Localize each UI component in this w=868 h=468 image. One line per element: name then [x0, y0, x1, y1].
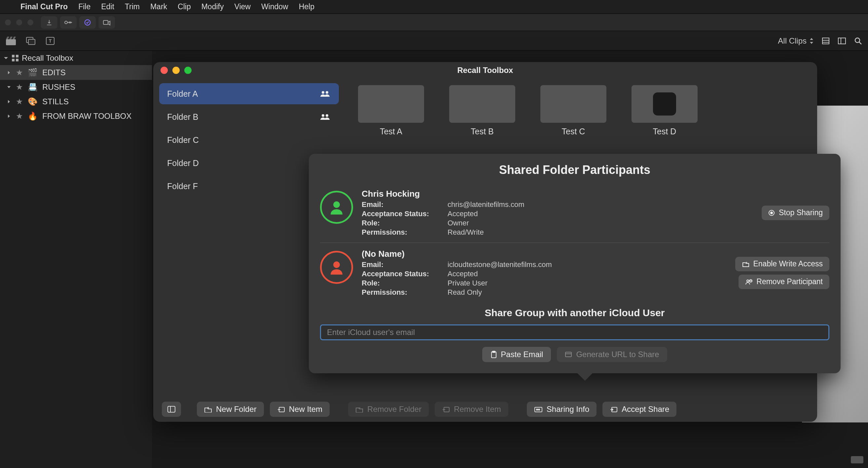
participant-permissions: Read/Write [447, 228, 484, 237]
browser-item-label: FROM BRAW TOOLBOX [42, 111, 131, 121]
browser-title: Recall Toolbox [22, 54, 73, 63]
share-heading: Share Group with another iCloud User [320, 307, 829, 319]
chevron-down-icon[interactable] [3, 56, 8, 61]
app-name[interactable]: Final Cut Pro [21, 2, 68, 11]
close-dot[interactable] [5, 19, 11, 26]
minimize-button[interactable] [173, 67, 180, 74]
svg-rect-5 [28, 39, 35, 44]
close-button[interactable] [160, 67, 168, 74]
sharing-info-button[interactable]: Sharing Info [527, 402, 596, 417]
import-button[interactable] [41, 16, 58, 29]
svg-rect-16 [16, 55, 19, 58]
svg-point-40 [333, 261, 340, 268]
background-tasks-button[interactable] [79, 16, 96, 29]
menu-window[interactable]: Window [261, 2, 288, 11]
menu-edit[interactable]: Edit [101, 2, 114, 11]
participant-action-button[interactable]: Remove Participant [739, 275, 829, 289]
remove-item-button: Remove Item [435, 402, 508, 417]
star-icon: ★ [16, 82, 23, 92]
library-browser: Recall Toolbox ★🎬EDITS★📇RUSHES★🎨STILLS★🔥… [0, 51, 152, 468]
participant-name: (No Name) [362, 249, 552, 259]
disclosure-triangle-icon[interactable] [7, 70, 11, 75]
menu-trim[interactable]: Trim [125, 2, 140, 11]
svg-point-21 [322, 114, 324, 117]
folder-item[interactable]: Folder C [159, 129, 339, 151]
new-folder-button[interactable]: New Folder [197, 402, 264, 417]
list-view-icon[interactable] [838, 37, 846, 44]
clips-filter[interactable]: All Clips [778, 36, 814, 45]
menu-clip[interactable]: Clip [178, 2, 191, 11]
disclosure-triangle-icon[interactable] [7, 99, 11, 104]
folder-label: Folder C [167, 135, 199, 145]
browser-item[interactable]: ★🎨STILLS [0, 94, 152, 109]
filmstrip-view-icon[interactable] [822, 37, 830, 44]
thumbnail-label: Test C [562, 127, 585, 136]
menu-help[interactable]: Help [299, 2, 314, 11]
browser-item[interactable]: ★🔥FROM BRAW TOOLBOX [0, 109, 152, 124]
fcp-toolbar [0, 14, 868, 31]
menu-file[interactable]: File [78, 2, 91, 11]
browser-item[interactable]: ★🎬EDITS [0, 65, 152, 80]
popover-title: Shared Folder Participants [320, 163, 829, 177]
participant-role: Owner [447, 219, 469, 227]
disclosure-triangle-icon[interactable] [7, 85, 11, 90]
svg-point-19 [322, 91, 324, 94]
shared-icon [320, 113, 331, 121]
icloud-email-input[interactable] [320, 325, 829, 340]
svg-point-13 [855, 38, 860, 42]
search-icon[interactable] [854, 37, 862, 45]
thumbnail-item[interactable]: Test A [358, 85, 424, 136]
svg-rect-15 [12, 55, 14, 58]
menu-view[interactable]: View [234, 2, 250, 11]
toggle-sidebar-button[interactable] [162, 402, 181, 417]
svg-rect-3 [6, 39, 16, 45]
disclosure-triangle-icon[interactable] [7, 114, 11, 119]
new-item-button[interactable]: New Item [270, 402, 330, 417]
svg-rect-2 [103, 21, 108, 25]
thumbnail-label: Test B [471, 127, 493, 136]
menu-mark[interactable]: Mark [150, 2, 167, 11]
thumbnail-item[interactable]: Test B [449, 85, 515, 136]
svg-rect-46 [565, 352, 571, 357]
titles-icon[interactable]: T [45, 37, 55, 45]
participant-role: Private User [447, 279, 488, 288]
emoji-icon: 🎨 [28, 97, 38, 106]
emoji-icon: 📇 [28, 82, 38, 92]
folder-label: Folder B [167, 112, 198, 122]
svg-rect-17 [12, 59, 14, 61]
svg-point-22 [326, 114, 328, 117]
participant-action-button[interactable]: Enable Write Access [735, 257, 829, 271]
folder-item[interactable]: Folder B [159, 106, 339, 127]
thumbnail-image [540, 85, 607, 123]
remove-folder-button: Remove Folder [348, 402, 429, 417]
media-icon[interactable] [26, 37, 36, 45]
clapper-icon[interactable] [6, 37, 16, 45]
clips-filter-label: All Clips [778, 36, 807, 45]
window-title: Recall Toolbox [458, 66, 513, 75]
svg-line-14 [859, 42, 861, 44]
render-button[interactable] [98, 16, 115, 29]
participant-action-button[interactable]: Stop Sharing [762, 206, 829, 220]
thumbnail-image [631, 85, 698, 123]
zoom-button[interactable] [184, 67, 192, 74]
sharing-popover: Shared Folder Participants Chris Hocking… [309, 154, 841, 373]
svg-point-41 [747, 280, 749, 282]
browser-header: Recall Toolbox [0, 51, 152, 65]
window-titlebar[interactable]: Recall Toolbox [153, 62, 817, 78]
svg-point-34 [536, 409, 538, 410]
folder-item[interactable]: Folder A [159, 83, 339, 104]
thumbnail-item[interactable]: Test D [631, 85, 698, 136]
viewer-scrollbar[interactable] [851, 456, 863, 463]
avatar-icon [320, 251, 353, 284]
zoom-dot[interactable] [27, 19, 34, 26]
thumbnail-item[interactable]: Test C [540, 85, 607, 136]
keyword-button[interactable] [60, 16, 76, 29]
participant-status: Accepted [447, 270, 478, 278]
browser-item[interactable]: ★📇RUSHES [0, 80, 152, 94]
browser-item-label: STILLS [42, 97, 69, 106]
accept-share-button[interactable]: Accept Share [602, 402, 676, 417]
menu-modify[interactable]: Modify [202, 2, 224, 11]
svg-rect-8 [823, 38, 829, 44]
paste-email-button[interactable]: Paste Email [482, 347, 551, 362]
minimize-dot[interactable] [16, 19, 23, 26]
